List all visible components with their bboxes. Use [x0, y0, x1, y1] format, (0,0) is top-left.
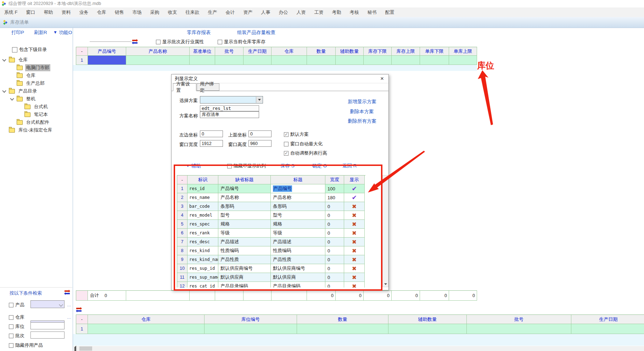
detail-column-header[interactable]: 仓库 — [88, 315, 205, 324]
width-cell[interactable]: 0 — [325, 238, 344, 246]
auto-row-height-option[interactable]: ✓ 自动调整列表行高 — [284, 150, 327, 156]
main-column-header[interactable]: - — [76, 47, 88, 56]
detail-column-header[interactable]: 生产日期 — [571, 315, 644, 324]
checkbox-icon[interactable] — [218, 40, 222, 44]
grid-cell[interactable] — [336, 56, 364, 65]
hide-disabled-products-option[interactable]: 隐藏停用产品 — [9, 342, 43, 349]
title-cell[interactable]: 产品描述 — [271, 238, 325, 246]
dialog-grid-row[interactable]: 11res_sup_name默认供应商默认供应商0✖ — [177, 273, 365, 282]
menu-item[interactable]: 收支 — [164, 9, 181, 16]
main-column-header[interactable]: 产品编号 — [88, 47, 126, 56]
title-cell[interactable]: 默认供应商编号 — [271, 264, 325, 273]
menu-item[interactable]: 窗口 — [22, 9, 40, 16]
auto-maximize-option[interactable]: 窗口自动最大化 — [284, 141, 323, 147]
grid-row[interactable]: 1 — [76, 324, 644, 334]
grid-cell[interactable] — [392, 56, 420, 65]
width-cell[interactable]: 0 — [325, 273, 344, 282]
title-cell[interactable]: 产品名称 — [271, 193, 325, 202]
refresh-button[interactable]: 刷新R — [34, 29, 47, 36]
tree-node-label[interactable]: 库位-未指定仓库 — [17, 127, 53, 134]
hidden-x-icon[interactable]: ✖ — [344, 238, 365, 246]
field-id-cell[interactable]: res_rank — [187, 229, 218, 238]
swap-columns-icon[interactable] — [76, 307, 82, 313]
swap-columns-icon[interactable] — [132, 39, 138, 45]
dialog-column-header[interactable]: - — [177, 176, 187, 184]
dialog-grid-row[interactable]: 7res_desc产品描述产品描述0✖ — [177, 238, 365, 246]
default-title-cell[interactable]: 条形码 — [218, 202, 271, 211]
menu-item[interactable]: 考勤 — [328, 9, 346, 16]
checkbox-icon[interactable] — [9, 343, 13, 348]
default-title-cell[interactable]: 性质编码 — [218, 246, 271, 255]
menu-item[interactable]: 工资 — [310, 9, 328, 16]
location-filter-input[interactable] — [30, 322, 65, 329]
main-column-header[interactable]: 仓库 — [271, 47, 307, 56]
tree-node[interactable]: 电脑门市部 — [0, 64, 72, 72]
width-cell[interactable]: 0 — [325, 229, 344, 238]
combo-dropdown-button[interactable] — [256, 97, 262, 103]
width-cell[interactable]: 0 — [325, 264, 344, 273]
dialog-grid-row[interactable]: 4res_model型号型号0✖ — [177, 211, 365, 220]
tree-node-label[interactable]: 整机 — [25, 95, 37, 102]
tree-node-label[interactable]: 台式机 — [33, 103, 49, 110]
product-filter-combo[interactable] — [30, 300, 65, 308]
field-id-cell[interactable]: res_kind_name — [187, 255, 218, 264]
field-id-cell[interactable]: res_name — [187, 193, 218, 202]
grid-cell[interactable] — [307, 56, 336, 65]
checkbox-icon[interactable] — [9, 315, 13, 320]
chevron-down-icon[interactable] — [2, 57, 6, 61]
checkbox-icon[interactable] — [9, 334, 13, 338]
function-menu-button[interactable]: 功能O — [59, 29, 72, 36]
grid-cell[interactable] — [388, 324, 467, 334]
checkbox-icon[interactable] — [156, 40, 161, 44]
checkbox-icon[interactable] — [284, 142, 289, 146]
tab-scheme-settings[interactable]: 方案设置 — [173, 83, 196, 91]
grid-cell[interactable] — [364, 56, 392, 65]
field-id-cell[interactable]: res_id — [187, 184, 218, 193]
menu-item[interactable]: 仓库 — [93, 9, 111, 16]
dialog-grid-row[interactable]: 1res_id产品编号产品编号100✔ — [177, 184, 365, 193]
default-title-cell[interactable]: 产品目录编码 — [218, 282, 271, 288]
left-coord-input[interactable]: 0 — [200, 130, 223, 137]
top-coord-input[interactable]: 0 — [248, 130, 271, 137]
main-column-header[interactable]: 单库下限 — [420, 47, 449, 56]
tree-node-label[interactable]: 台式机配件 — [25, 119, 50, 126]
visible-check-icon[interactable]: ✔ — [344, 193, 365, 202]
product-more-button[interactable]: .. — [67, 302, 71, 307]
dialog-grid-row[interactable]: 8res_kind性质编码性质编码0✖ — [177, 246, 365, 255]
warehouse-more-button[interactable]: .. — [67, 314, 71, 320]
window-height-input[interactable]: 960 — [248, 140, 271, 147]
main-column-header[interactable]: 库存上限 — [392, 47, 420, 56]
hidden-x-icon[interactable]: ✖ — [344, 202, 365, 211]
width-cell[interactable]: 0 — [325, 282, 344, 288]
width-cell[interactable]: 0 — [325, 246, 344, 255]
width-cell[interactable]: 100 — [325, 184, 344, 193]
hidden-x-icon[interactable]: ✖ — [344, 282, 365, 288]
grid-cell[interactable] — [420, 56, 449, 65]
show-zero-stock-option[interactable]: 显示当前仓库零库存 — [218, 39, 265, 45]
horizontal-scrollbar[interactable] — [73, 346, 644, 351]
title-cell[interactable]: 产品编号 — [271, 184, 325, 193]
main-column-header[interactable]: 基准单位 — [190, 47, 215, 56]
window-width-input[interactable]: 1912 — [200, 140, 223, 147]
field-id-cell[interactable]: res_cat_id — [187, 282, 218, 288]
menu-item[interactable]: 秘书 — [363, 9, 381, 16]
grid-cell[interactable] — [126, 56, 190, 65]
checkbox-icon[interactable] — [227, 164, 232, 168]
grid-cell[interactable] — [88, 324, 205, 334]
default-title-cell[interactable]: 等级 — [218, 229, 271, 238]
delete-scheme-link[interactable]: 删除本方案 — [350, 108, 374, 115]
scroll-down-icon[interactable] — [383, 281, 388, 287]
tree-node[interactable]: 台式机配件 — [0, 118, 72, 126]
grid-cell[interactable] — [449, 56, 477, 65]
default-scheme-option[interactable]: ✓ 默认方案 — [284, 131, 309, 138]
grid-cell[interactable] — [205, 324, 297, 334]
tree-node[interactable]: 仓库 — [0, 56, 72, 64]
title-cell[interactable]: 默认供应商 — [271, 273, 325, 282]
dialog-grid-row[interactable]: 2res_name产品名称产品名称180✔ — [177, 193, 365, 202]
dialog-grid-row[interactable]: 5res_spec规格规格0✖ — [177, 220, 365, 229]
scroll-left-icon[interactable] — [74, 347, 76, 351]
menu-item[interactable]: 配置 — [381, 9, 399, 16]
field-id-cell[interactable]: res_desc — [187, 238, 218, 246]
width-cell[interactable]: 0 — [325, 255, 344, 264]
print-button[interactable]: 打印P — [11, 29, 24, 36]
